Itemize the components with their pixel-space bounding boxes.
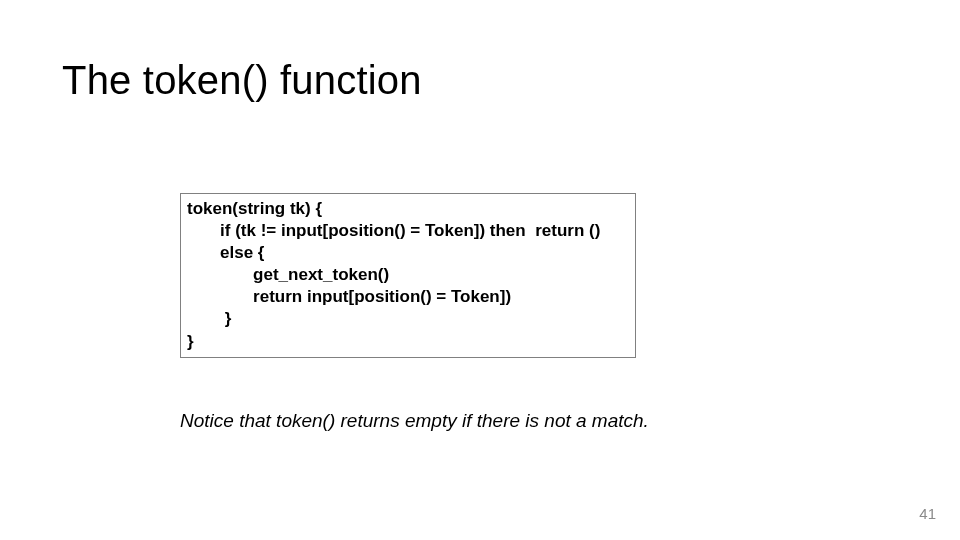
note-text: Notice that token() returns empty if the… [180,410,649,432]
slide-title: The token() function [62,58,422,103]
slide: The token() function token(string tk) { … [0,0,960,540]
page-number: 41 [919,505,936,522]
code-block: token(string tk) { if (tk != input[posit… [180,193,636,358]
